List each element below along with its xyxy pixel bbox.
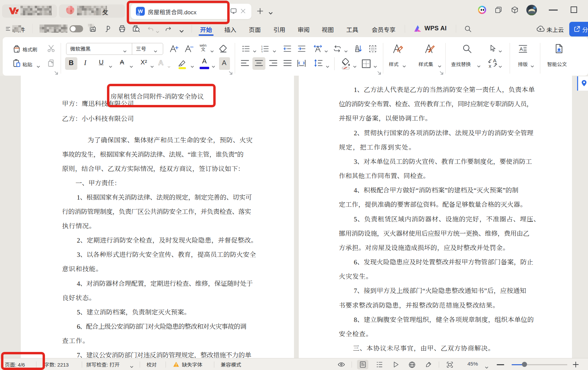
svg-text:x: x [489,63,491,68]
svg-text:A: A [520,46,523,52]
svg-text:3: 3 [261,50,263,52]
svg-text:A: A [493,58,496,63]
